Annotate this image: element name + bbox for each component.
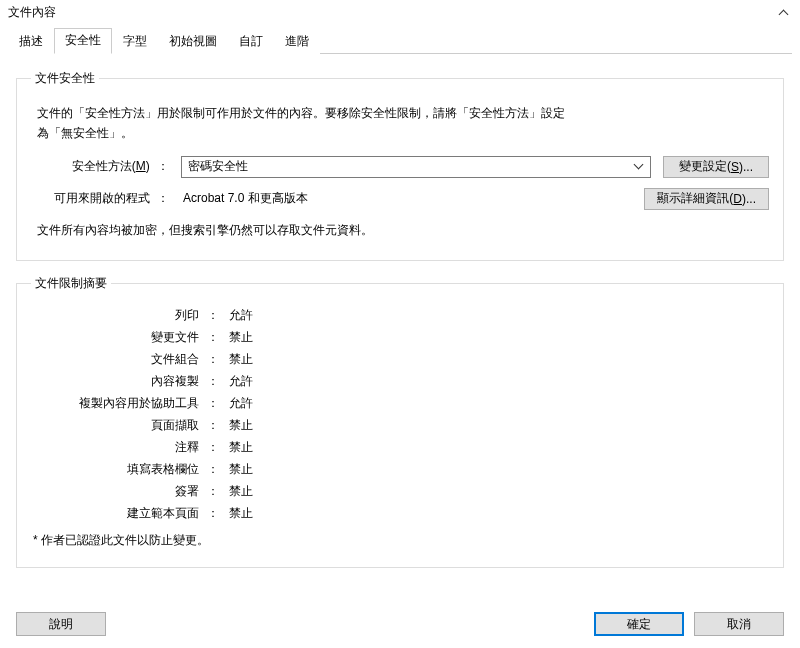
change-settings-button[interactable]: 變更設定(S)... [663,156,769,178]
summary-row: 頁面擷取 ： 禁止 [31,417,769,434]
tab-advanced[interactable]: 進階 [274,29,320,54]
show-details-button[interactable]: 顯示詳細資訊(D)... [644,188,769,210]
document-security-group: 文件安全性 文件的「安全性方法」用於限制可作用於文件的內容。要移除安全性限制，請… [16,70,784,261]
tab-bar: 描述 安全性 字型 初始視圖 自訂 進階 [8,27,792,54]
cancel-button[interactable]: 取消 [694,612,784,636]
dialog-title: 文件內容 [8,4,56,21]
security-method-select[interactable]: 密碼安全性 [181,156,651,178]
tab-security[interactable]: 安全性 [54,28,112,54]
open-with-label: 可用來開啟的程式 ： [31,190,181,207]
summary-row: 建立範本頁面 ： 禁止 [31,505,769,522]
collapse-icon[interactable] [778,7,790,19]
document-security-legend: 文件安全性 [31,70,99,87]
dialog-button-bar: 說明 確定 取消 [0,612,800,636]
ok-button[interactable]: 確定 [594,612,684,636]
open-with-value: Acrobat 7.0 和更高版本 [181,190,308,207]
summary-footnote: * 作者已認證此文件以防止變更。 [33,532,769,549]
summary-row: 填寫表格欄位 ： 禁止 [31,461,769,478]
encryption-note: 文件所有內容均被加密，但搜索引擎仍然可以存取文件元資料。 [37,220,769,240]
tab-fonts[interactable]: 字型 [112,29,158,54]
tab-initial-view[interactable]: 初始視圖 [158,29,228,54]
tab-custom[interactable]: 自訂 [228,29,274,54]
summary-row: 列印 ： 允許 [31,307,769,324]
tab-describe[interactable]: 描述 [8,29,54,54]
chevron-down-icon [630,159,646,175]
summary-row: 變更文件 ： 禁止 [31,329,769,346]
restrictions-summary-group: 文件限制摘要 列印 ： 允許 變更文件 ： 禁止 文件組合 ： 禁止 內容複製 … [16,275,784,568]
summary-row: 複製內容用於協助工具 ： 允許 [31,395,769,412]
summary-row: 文件組合 ： 禁止 [31,351,769,368]
summary-row: 注釋 ： 禁止 [31,439,769,456]
security-method-label: 安全性方法(M) ： [31,158,181,175]
tab-content-security: 文件安全性 文件的「安全性方法」用於限制可作用於文件的內容。要移除安全性限制，請… [0,54,800,568]
summary-row: 簽署 ： 禁止 [31,483,769,500]
summary-row: 內容複製 ： 允許 [31,373,769,390]
restrictions-summary-legend: 文件限制摘要 [31,275,111,292]
security-description: 文件的「安全性方法」用於限制可作用於文件的內容。要移除安全性限制，請將「安全性方… [37,103,769,144]
security-method-value: 密碼安全性 [188,158,248,175]
help-button[interactable]: 說明 [16,612,106,636]
